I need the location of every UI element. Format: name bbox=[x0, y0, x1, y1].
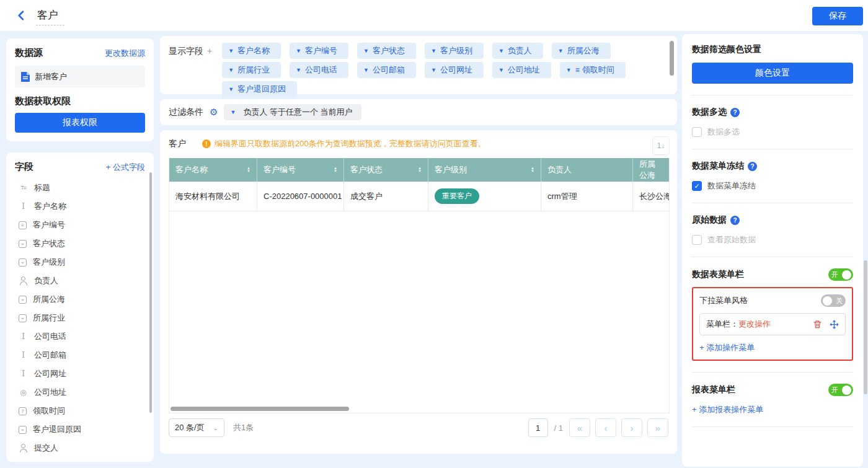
field-item[interactable]: 客户状态 bbox=[15, 234, 145, 253]
display-field-chip[interactable]: ▼所属公海 bbox=[552, 43, 611, 59]
multi-select-checkbox-row[interactable]: 数据多选 bbox=[692, 126, 853, 138]
field-item[interactable]: 公司网址 bbox=[15, 364, 145, 383]
back-button[interactable] bbox=[15, 9, 27, 22]
add-formula-field-link[interactable]: + 公式字段 bbox=[106, 162, 145, 173]
dropdown-style-toggle-off[interactable]: 关 bbox=[821, 294, 846, 307]
display-fields-scrollbar[interactable] bbox=[670, 41, 674, 76]
move-icon[interactable] bbox=[830, 320, 839, 329]
color-settings-title: 数据筛选颜色设置 bbox=[692, 44, 853, 55]
prev-page-button[interactable]: ‹ bbox=[595, 418, 616, 437]
chevron-down-icon: ▼ bbox=[431, 48, 436, 54]
sort-icon[interactable]: ▲▼ bbox=[329, 167, 337, 173]
field-item[interactable]: 所属行业 bbox=[15, 309, 145, 327]
display-field-chip[interactable]: ▼公司电话 bbox=[290, 62, 348, 78]
add-display-field-button[interactable]: + bbox=[207, 46, 212, 56]
display-field-chip[interactable]: ▼负责人 bbox=[492, 43, 543, 59]
save-button[interactable]: 保存 bbox=[812, 7, 863, 25]
field-item[interactable]: 公司邮箱 bbox=[15, 346, 145, 364]
filter-condition-chip[interactable]: ▼负责人 等于任意一个 当前用户 bbox=[224, 104, 361, 120]
page-title[interactable]: 客户 bbox=[36, 8, 64, 25]
report-permission-button[interactable]: 报表权限 bbox=[15, 113, 145, 133]
menu-freeze-checkbox-row[interactable]: ✓数据菜单冻结 bbox=[692, 180, 853, 192]
field-label: 提交人 bbox=[34, 443, 58, 454]
sort-icon[interactable]: ▲▼ bbox=[526, 167, 534, 173]
fields-scrollbar[interactable] bbox=[149, 172, 152, 413]
field-item[interactable]: 标题 bbox=[15, 179, 145, 197]
chevron-down-icon: ⌄ bbox=[213, 425, 218, 431]
column-header[interactable]: 负责人 bbox=[541, 158, 633, 182]
help-icon[interactable]: ? bbox=[748, 162, 757, 171]
text-icon bbox=[19, 369, 28, 379]
column-header[interactable]: 客户编号▲▼ bbox=[257, 158, 344, 182]
menu-bar-value[interactable]: 更改操作 bbox=[738, 319, 771, 330]
cell-customer-name: 海安材料有限公司 bbox=[169, 182, 257, 211]
column-header[interactable]: 客户级别▲▼ bbox=[428, 158, 541, 182]
divider bbox=[692, 203, 853, 203]
display-field-chip[interactable]: ▼公司邮箱 bbox=[357, 62, 416, 78]
raw-data-checkbox-row[interactable]: 查看原始数据 bbox=[692, 234, 853, 245]
display-field-chip[interactable]: ▼客户退回原因 bbox=[222, 81, 297, 97]
first-page-button[interactable]: « bbox=[569, 418, 590, 437]
document-icon bbox=[21, 72, 30, 82]
column-header[interactable]: 所属公海 bbox=[633, 158, 669, 182]
gear-icon[interactable]: ⚙ bbox=[210, 107, 218, 118]
fields-list: 标题 客户名称 客户编号 客户状态 客户级别 负责人 所属公海 所属行业 公司电… bbox=[15, 179, 145, 457]
color-settings-button[interactable]: 颜色设置 bbox=[692, 63, 853, 84]
display-field-chip[interactable]: ▼所属行业 bbox=[222, 62, 281, 78]
checkbox-checked[interactable]: ✓ bbox=[692, 181, 702, 191]
double-right-icon: » bbox=[655, 423, 660, 433]
field-item[interactable]: 客户退回原因 bbox=[15, 420, 145, 439]
current-page-box[interactable]: 1 bbox=[528, 418, 548, 437]
datasource-item[interactable]: 新增客户 bbox=[15, 66, 145, 87]
field-item[interactable]: 公司电话 bbox=[15, 327, 145, 346]
table-menu-toggle-on[interactable]: 开 bbox=[828, 268, 853, 281]
window-scrollbar[interactable] bbox=[864, 260, 867, 394]
column-header[interactable]: 客户名称▲▼ bbox=[169, 158, 257, 182]
add-report-action-menu-link[interactable]: + 添加报表操作菜单 bbox=[692, 404, 853, 415]
page-size-select[interactable]: 20 条/页⌄ bbox=[169, 418, 224, 437]
report-menu-toggle-on[interactable]: 开 bbox=[828, 384, 853, 396]
table-row[interactable]: 海安材料有限公司 C-20220607-0000001 成交客户 重要客户 cr… bbox=[169, 182, 669, 211]
next-page-button[interactable]: › bbox=[621, 418, 642, 437]
trash-icon[interactable] bbox=[813, 320, 822, 329]
checkbox-unchecked[interactable] bbox=[692, 235, 702, 245]
help-icon[interactable]: ? bbox=[730, 216, 740, 225]
field-item[interactable]: 负责人 bbox=[15, 272, 145, 290]
column-header[interactable]: 客户状态▲▼ bbox=[344, 158, 428, 182]
field-item[interactable]: 所属公海 bbox=[15, 290, 145, 309]
display-field-chip[interactable]: ▼客户名称 bbox=[222, 43, 281, 59]
menu-bar-item: 菜单栏： 更改操作 bbox=[699, 313, 846, 335]
dropdown-style-label: 下拉菜单风格 bbox=[699, 295, 748, 306]
sort-icon[interactable]: ▲▼ bbox=[413, 167, 422, 173]
display-field-chip[interactable]: ▼公司网址 bbox=[425, 62, 484, 78]
display-field-chip[interactable]: ▼公司地址 bbox=[492, 62, 551, 78]
chevron-down-icon: ▼ bbox=[431, 67, 436, 73]
last-page-button[interactable]: » bbox=[647, 418, 668, 437]
field-item[interactable]: 客户编号 bbox=[15, 216, 145, 234]
chevron-down-icon: ▼ bbox=[363, 67, 369, 73]
cell-customer-status: 成交客户 bbox=[344, 182, 428, 211]
chevron-down-icon: ▼ bbox=[558, 48, 564, 54]
display-field-chip[interactable]: ▼客户编号 bbox=[290, 43, 348, 59]
add-action-menu-link[interactable]: + 添加操作菜单 bbox=[699, 342, 846, 353]
toggle-label: 关 bbox=[835, 296, 844, 306]
chevron-down-icon: ▼ bbox=[228, 86, 234, 92]
field-item[interactable]: 领取时间 bbox=[15, 402, 145, 420]
field-item[interactable]: 客户级别 bbox=[15, 253, 145, 272]
raw-data-title: 原始数据? bbox=[692, 214, 853, 226]
filter-label: 过滤条件 bbox=[169, 107, 203, 118]
horizontal-scrollbar[interactable] bbox=[170, 407, 349, 411]
field-item[interactable]: 提交人 bbox=[15, 439, 145, 457]
display-field-chip[interactable]: ▼客户状态 bbox=[357, 43, 416, 59]
field-item[interactable]: 客户名称 bbox=[15, 197, 145, 216]
checkbox-unchecked[interactable] bbox=[692, 127, 702, 137]
sort-icon[interactable]: ▲▼ bbox=[242, 167, 250, 173]
fields-title: 字段 bbox=[15, 161, 33, 173]
sort-order-button[interactable]: 1↓ bbox=[652, 136, 670, 155]
change-datasource-link[interactable]: 更改数据源 bbox=[105, 48, 145, 59]
field-item[interactable]: 公司地址 bbox=[15, 383, 145, 402]
display-field-chip[interactable]: ▼≡领取时间 bbox=[560, 62, 626, 78]
help-icon[interactable]: ? bbox=[730, 108, 740, 117]
display-field-chip[interactable]: ▼客户级别 bbox=[425, 43, 484, 59]
checkbox-label: 数据菜单冻结 bbox=[707, 180, 756, 192]
